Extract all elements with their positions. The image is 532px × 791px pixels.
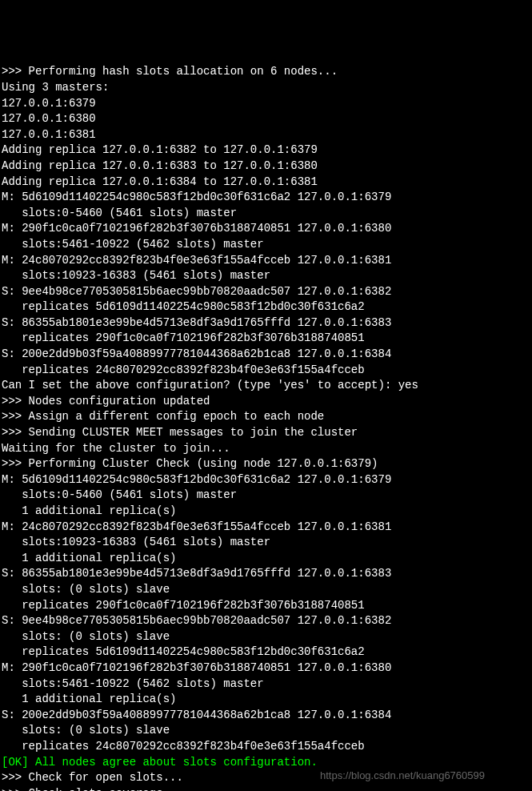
terminal-line: M: 24c8070292cc8392f823b4f0e3e63f155a4fc…: [2, 520, 530, 536]
terminal-line: >>> Check slots coverage...: [2, 786, 530, 791]
terminal-line: 1 additional replica(s): [2, 504, 530, 520]
terminal-line: slots:5461-10922 (5462 slots) master: [2, 237, 530, 253]
terminal-line: >>> Nodes configuration updated: [2, 394, 530, 410]
terminal-line: S: 86355ab1801e3e99be4d5713e8df3a9d1765f…: [2, 315, 530, 331]
terminal-output[interactable]: >>> Performing hash slots allocation on …: [2, 64, 530, 791]
terminal-line: S: 200e2dd9b03f59a40889977781044368a62b1…: [2, 708, 530, 724]
terminal-line: Waiting for the cluster to join...: [2, 441, 530, 457]
terminal-line: 1 additional replica(s): [2, 551, 530, 567]
terminal-line: replicates 290f1c0ca0f7102196f282b3f3076…: [2, 598, 530, 614]
terminal-line: slots:10923-16383 (5461 slots) master: [2, 535, 530, 551]
terminal-line: M: 290f1c0ca0f7102196f282b3f3076b3188740…: [2, 221, 530, 237]
terminal-line: >>> Performing hash slots allocation on …: [2, 64, 530, 80]
terminal-line: M: 24c8070292cc8392f823b4f0e3e63f155a4fc…: [2, 253, 530, 269]
terminal-line: >>> Performing Cluster Check (using node…: [2, 456, 530, 472]
terminal-line: slots:5461-10922 (5462 slots) master: [2, 677, 530, 693]
terminal-line: slots:0-5460 (5461 slots) master: [2, 206, 530, 222]
terminal-line: slots: (0 slots) slave: [2, 582, 530, 598]
terminal-line: Can I set the above configuration? (type…: [2, 378, 530, 394]
terminal-line: 127.0.0.1:6379: [2, 96, 530, 112]
terminal-line: 127.0.0.1:6381: [2, 127, 530, 143]
terminal-line: S: 9ee4b98ce7705305815b6aec99bb70820aadc…: [2, 613, 530, 629]
terminal-line: slots: (0 slots) slave: [2, 723, 530, 739]
terminal-line: slots:10923-16383 (5461 slots) master: [2, 268, 530, 284]
terminal-line: Adding replica 127.0.0.1:6382 to 127.0.0…: [2, 143, 530, 159]
terminal-line: M: 5d6109d11402254c980c583f12bd0c30f631c…: [2, 472, 530, 488]
terminal-line: 1 additional replica(s): [2, 692, 530, 708]
terminal-line: >>> Assign a different config epoch to e…: [2, 409, 530, 425]
terminal-line: S: 200e2dd9b03f59a40889977781044368a62b1…: [2, 347, 530, 363]
terminal-line: Adding replica 127.0.0.1:6383 to 127.0.0…: [2, 159, 530, 175]
terminal-line: replicates 24c8070292cc8392f823b4f0e3e63…: [2, 363, 530, 379]
terminal-line: 127.0.0.1:6380: [2, 111, 530, 127]
terminal-line: Using 3 masters:: [2, 80, 530, 96]
terminal-line: S: 9ee4b98ce7705305815b6aec99bb70820aadc…: [2, 284, 530, 300]
terminal-line: [OK] All nodes agree about slots configu…: [2, 755, 530, 771]
terminal-line: M: 290f1c0ca0f7102196f282b3f3076b3188740…: [2, 661, 530, 677]
terminal-line: replicates 5d6109d11402254c980c583f12bd0…: [2, 644, 530, 661]
terminal-line: replicates 24c8070292cc8392f823b4f0e3e63…: [2, 739, 530, 755]
terminal-line: S: 86355ab1801e3e99be4d5713e8df3a9d1765f…: [2, 566, 530, 582]
terminal-line: replicates 290f1c0ca0f7102196f282b3f3076…: [2, 331, 530, 347]
terminal-line: slots: (0 slots) slave: [2, 629, 530, 645]
terminal-line: Adding replica 127.0.0.1:6384 to 127.0.0…: [2, 175, 530, 191]
terminal-line: >>> Check for open slots...: [2, 770, 530, 786]
terminal-line: M: 5d6109d11402254c980c583f12bd0c30f631c…: [2, 190, 530, 206]
terminal-line: >>> Sending CLUSTER MEET messages to joi…: [2, 425, 530, 441]
terminal-line: slots:0-5460 (5461 slots) master: [2, 488, 530, 504]
terminal-line: replicates 5d6109d11402254c980c583f12bd0…: [2, 299, 530, 315]
